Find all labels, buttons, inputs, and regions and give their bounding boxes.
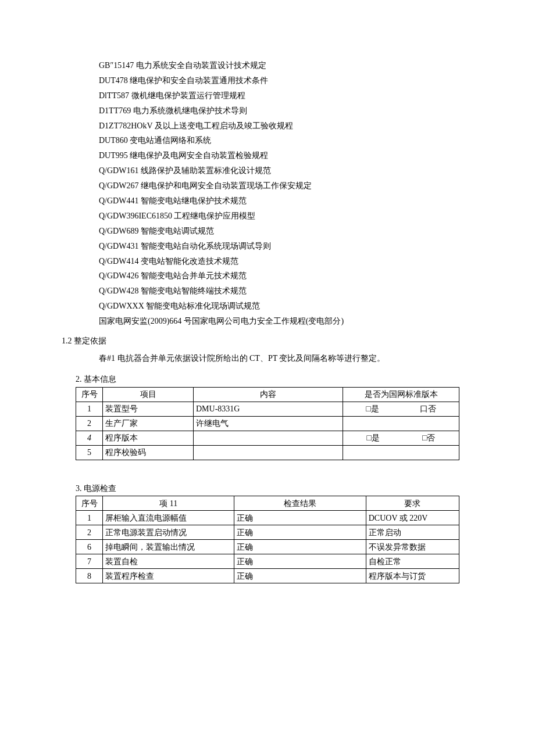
reference-item: D1TT769 电力系统微机继电保护技术导则 [99, 103, 459, 119]
cell-seq: 7 [76, 554, 103, 569]
col-header-seq: 序号 [76, 387, 103, 402]
cell-item: 屏柜输入直流电源幅值 [103, 511, 234, 525]
cell-seq: 8 [76, 569, 103, 583]
reference-item: DUT478 继电保护和安全自动装置通用技术条件 [99, 73, 459, 88]
section-3-title: 3. 电源检查 [76, 481, 459, 496]
table-header-row: 序号 项 11 检查结果 要求 [76, 496, 459, 511]
reference-item: DUT995 继电保护及电网安全自动装置检验规程 [99, 148, 459, 163]
reference-item: D1ZT782HOkV 及以上送变电工程启动及竣工验收规程 [99, 119, 459, 134]
reference-item: DUT860 变电站通信网络和系统 [99, 133, 459, 148]
checkbox-yes: □是 [366, 403, 379, 415]
reference-item: Q/GDW431 智能变电站自动化系统现场调试导则 [99, 239, 459, 254]
checkbox-no: 口否 [420, 403, 436, 415]
cell-seq: 2 [76, 416, 103, 431]
cell-item: 掉电瞬间，装置输出情况 [103, 540, 234, 554]
cell-content [194, 445, 343, 460]
section-2-title: 2. 基本信息 [76, 372, 459, 387]
cell-result: 正确 [234, 511, 366, 525]
cell-project: 程序校验码 [103, 445, 194, 460]
col-header-standard: 是否为国网标准版本 [343, 387, 459, 402]
reference-item: Q/GDWXXX 智能变电站标准化现场调试规范 [99, 299, 459, 314]
col-header-content: 内容 [194, 387, 343, 402]
reference-item: Q/GDW426 智能变电站合并单元技术规范 [99, 268, 459, 284]
cell-project: 生产厂家 [103, 416, 194, 431]
cell-seq: 5 [76, 445, 103, 460]
reference-item: 国家电网安监(2009)664 号国家电网公司电力安全工作规程(变电部分) [99, 314, 459, 329]
cell-requirement: 不误发异常数据 [366, 540, 459, 554]
reference-item: DlTT587 微机继电保护装置运行管理规程 [99, 88, 459, 103]
table-row: 5 程序校验码 [76, 445, 459, 460]
checkbox-yes: □是 [367, 432, 380, 444]
cell-item: 装置程序检查 [103, 569, 234, 583]
cell-standard: □是 口否 [343, 402, 459, 416]
cell-requirement: 自检正常 [366, 554, 459, 569]
table-row: 1 屏柜输入直流电源幅值 正确 DCUOV 或 220V [76, 511, 459, 525]
cell-standard [343, 416, 459, 431]
cell-result: 正确 [234, 540, 366, 554]
reference-item: Q/GDW689 智能变电站调试规范 [99, 224, 459, 239]
cell-requirement: DCUOV 或 220V [366, 511, 459, 525]
reference-item: Q/GDW396IEC61850 工程继电保护应用模型 [99, 209, 459, 224]
cell-seq: 6 [76, 540, 103, 554]
col-header-requirement: 要求 [366, 496, 459, 511]
cell-standard: □是 □否 [343, 431, 459, 445]
cell-content: DMU-8331G [194, 402, 343, 416]
references-list: GB″15147 电力系统安全自动装置设计技术规定 DUT478 继电保护和安全… [99, 58, 459, 329]
cell-item: 正常电源装置启动情况 [103, 525, 234, 540]
reference-item: Q/GDW441 智能变电站继电保护技术规范 [99, 194, 459, 209]
cell-result: 正确 [234, 554, 366, 569]
cell-seq: 4 [76, 431, 103, 445]
table-header-row: 序号 项目 内容 是否为国网标准版本 [76, 387, 459, 402]
reference-item: Q/GDW414 变电站智能化改造技术规范 [99, 254, 459, 269]
cell-item: 装置自检 [103, 554, 234, 569]
col-header-result: 检查结果 [234, 496, 366, 511]
reference-item: Q/GDW267 继电保护和电网安全自动装置现场工作保安规定 [99, 178, 459, 194]
cell-seq: 2 [76, 525, 103, 540]
cell-result: 正确 [234, 525, 366, 540]
col-header-seq: 序号 [76, 496, 103, 511]
col-header-item: 项 11 [103, 496, 234, 511]
reference-item: GB″15147 电力系统安全自动装置设计技术规定 [99, 58, 459, 73]
cell-requirement: 程序版本与订货 [366, 569, 459, 583]
cell-project: 程序版本 [103, 431, 194, 445]
table-row: 4 程序版本 □是 □否 [76, 431, 459, 445]
section-1-2-heading: 1.2 整定依据 [62, 334, 459, 349]
table-row: 8 装置程序检查 正确 程序版本与订货 [76, 569, 459, 583]
section-1-2-body: 春#1 电抗器合并单元依据设计院所给出的 CT、PT 变比及间隔名称等进行整定。 [99, 351, 459, 366]
table-row: 6 掉电瞬间，装置输出情况 正确 不误发异常数据 [76, 540, 459, 554]
col-header-project: 项目 [103, 387, 194, 402]
cell-standard [343, 445, 459, 460]
checkbox-no: □否 [422, 432, 435, 444]
table-row: 2 正常电源装置启动情况 正确 正常启动 [76, 525, 459, 540]
table-row: 2 生产厂家 许继电气 [76, 416, 459, 431]
basic-info-table: 序号 项目 内容 是否为国网标准版本 1 装置型号 DMU-8331G □是 口… [76, 387, 459, 460]
cell-project: 装置型号 [103, 402, 194, 416]
cell-seq: 1 [76, 511, 103, 525]
cell-seq: 1 [76, 402, 103, 416]
cell-requirement: 正常启动 [366, 525, 459, 540]
cell-content: 许继电气 [194, 416, 343, 431]
table-row: 1 装置型号 DMU-8331G □是 口否 [76, 402, 459, 416]
table-row: 7 装置自检 正确 自检正常 [76, 554, 459, 569]
power-check-table: 序号 项 11 检查结果 要求 1 屏柜输入直流电源幅值 正确 DCUOV 或 … [76, 496, 459, 583]
cell-result: 正确 [234, 569, 366, 583]
cell-content [194, 431, 343, 445]
reference-item: Q/GDW428 智能变电站智能终端技术规范 [99, 284, 459, 299]
reference-item: Q/GDW161 线路保护及辅助装置标准化设计规范 [99, 163, 459, 178]
